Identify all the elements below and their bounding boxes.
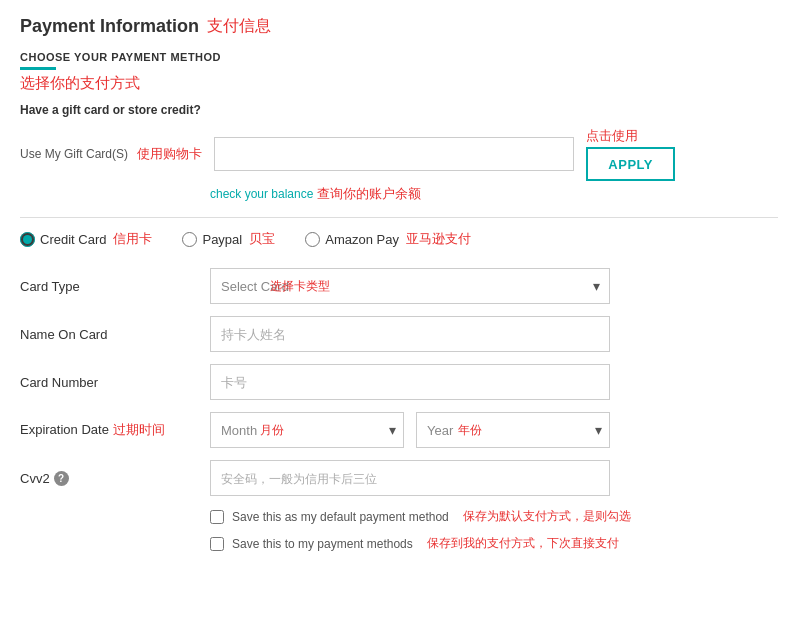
month-wrapper: Month 0102 0304 0506 0708 0910 1112 ▾ 月份 — [210, 412, 404, 448]
amazon-pay-label: Amazon Pay — [325, 232, 399, 247]
radio-amazon-pay[interactable]: Amazon Pay 亚马逊支付 — [305, 230, 471, 248]
radio-amazon-input[interactable] — [305, 232, 320, 247]
cvv2-label-row: Cvv2 ? — [20, 471, 210, 486]
name-on-card-field — [210, 316, 778, 352]
save-payment-row: Save this to my payment methods 保存到我的支付方… — [210, 535, 778, 552]
card-type-field: Select Card Visa MasterCard American Exp… — [210, 268, 778, 304]
year-select[interactable]: Year 20242025 20262027 20282029 2030 — [416, 412, 610, 448]
card-number-input[interactable] — [210, 364, 610, 400]
credit-card-label: Credit Card — [40, 232, 106, 247]
section-divider — [20, 217, 778, 218]
default-payment-cn: 保存为默认支付方式，是则勾选 — [463, 508, 631, 525]
cvv2-input[interactable] — [210, 460, 610, 496]
gift-card-input[interactable] — [214, 137, 574, 171]
expiration-date-label: Expiration Date 过期时间 — [20, 421, 210, 439]
default-payment-checkbox[interactable] — [210, 510, 224, 524]
gift-question: Have a gift card or store credit? — [20, 103, 778, 117]
gift-card-row: Use My Gift Card(S) 使用购物卡 点击使用 APPLY — [20, 127, 778, 181]
name-on-card-input[interactable] — [210, 316, 610, 352]
payment-header: Payment Information 支付信息 — [20, 16, 778, 37]
credit-card-form: Card Type Select Card Visa MasterCard Am… — [20, 268, 778, 496]
check-balance-link[interactable]: check your balance — [210, 187, 313, 201]
check-balance-row: check your balance 查询你的账户余额 — [20, 185, 778, 203]
card-number-field — [210, 364, 778, 400]
cvv2-field — [210, 460, 778, 496]
card-type-select[interactable]: Select Card Visa MasterCard American Exp… — [210, 268, 610, 304]
cvv2-help-icon[interactable]: ? — [54, 471, 69, 486]
save-payment-cn: 保存到我的支付方式，下次直接支付 — [427, 535, 619, 552]
cvv2-row: Cvv2 ? — [20, 460, 778, 496]
radio-paypal[interactable]: Paypal 贝宝 — [182, 230, 275, 248]
name-on-card-row: Name On Card — [20, 316, 778, 352]
paypal-label: Paypal — [202, 232, 242, 247]
use-gift-label: Use My Gift Card(S) 使用购物卡 — [20, 145, 202, 163]
cvv2-label: Cvv2 ? — [20, 471, 210, 486]
gift-card-section: Have a gift card or store credit? Use My… — [20, 103, 778, 203]
click-to-use-cn: 点击使用 — [586, 127, 638, 145]
month-select[interactable]: Month 0102 0304 0506 0708 0910 1112 — [210, 412, 404, 448]
page-title: Payment Information — [20, 16, 199, 37]
choose-method-row: 选择你的支付方式 — [20, 74, 778, 93]
payment-methods-row: Credit Card 信用卡 Paypal 贝宝 Amazon Pay 亚马逊… — [20, 230, 778, 248]
year-wrapper: Year 20242025 20262027 20282029 2030 ▾ 年… — [416, 412, 610, 448]
credit-card-cn: 信用卡 — [113, 230, 152, 248]
card-number-label: Card Number — [20, 375, 210, 390]
card-type-wrapper: Select Card Visa MasterCard American Exp… — [210, 268, 610, 304]
apply-button[interactable]: APPLY — [586, 147, 675, 181]
expiration-date-cn: 过期时间 — [113, 422, 165, 437]
amazon-pay-cn: 亚马逊支付 — [406, 230, 471, 248]
save-payment-checkbox[interactable] — [210, 537, 224, 551]
page-title-cn: 支付信息 — [207, 16, 271, 37]
radio-paypal-input[interactable] — [182, 232, 197, 247]
choose-method-cn: 选择你的支付方式 — [20, 74, 140, 93]
teal-divider — [20, 67, 56, 70]
choose-method-label: CHOOSE YOUR PAYMENT METHOD — [20, 51, 778, 63]
expiration-date-row: Expiration Date 过期时间 Month 0102 0304 050… — [20, 412, 778, 448]
paypal-cn: 贝宝 — [249, 230, 275, 248]
use-gift-cn: 使用购物卡 — [137, 146, 202, 161]
radio-credit-card[interactable]: Credit Card 信用卡 — [20, 230, 152, 248]
choose-method-section: CHOOSE YOUR PAYMENT METHOD 选择你的支付方式 — [20, 51, 778, 93]
default-payment-label: Save this as my default payment method — [232, 510, 449, 524]
card-type-row: Card Type Select Card Visa MasterCard Am… — [20, 268, 778, 304]
name-on-card-label: Name On Card — [20, 327, 210, 342]
expiration-date-field: Month 0102 0304 0506 0708 0910 1112 ▾ 月份… — [210, 412, 778, 448]
radio-credit-card-input[interactable] — [20, 232, 35, 247]
card-type-label: Card Type — [20, 279, 210, 294]
card-number-row: Card Number — [20, 364, 778, 400]
save-payment-label: Save this to my payment methods — [232, 537, 413, 551]
apply-area: 点击使用 APPLY — [586, 127, 675, 181]
expiry-selects-row: Month 0102 0304 0506 0708 0910 1112 ▾ 月份… — [210, 412, 610, 448]
check-balance-cn: 查询你的账户余额 — [317, 185, 421, 203]
default-payment-row: Save this as my default payment method 保… — [210, 508, 778, 525]
